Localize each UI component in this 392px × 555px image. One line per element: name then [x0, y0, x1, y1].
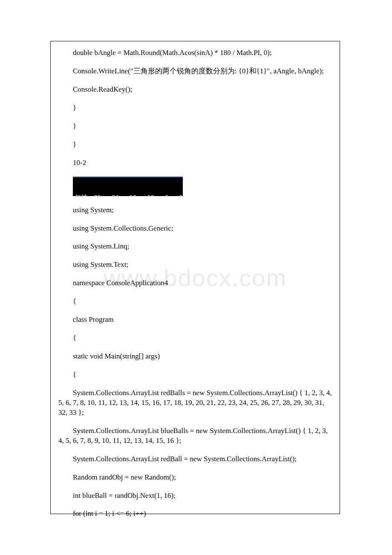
code-line: namespace ConsoleApplication4	[58, 278, 332, 288]
code-line: using System.Collections.Generic;	[58, 224, 332, 234]
code-text: System.Collections.ArrayList blueBalls =…	[58, 426, 332, 446]
document-content: double bAngle = Math.Round(Math.Acos(sin…	[58, 48, 332, 519]
code-line: System.Collections.ArrayList redBalls = …	[58, 388, 332, 418]
code-line: class Program	[58, 315, 332, 325]
code-text: System.Collections.ArrayList redBall = n…	[58, 454, 332, 464]
code-line: {	[58, 333, 332, 343]
code-line: }	[58, 103, 332, 113]
code-text: System.Collections.ArrayList redBalls = …	[58, 388, 332, 418]
code-line: {	[58, 370, 332, 380]
code-line: Console.WriteLine("三角形的两个锐角的度数分别为: {0}和{…	[58, 66, 332, 76]
code-line: double bAngle = Math.Round(Math.Acos(sin…	[58, 48, 332, 58]
console-row-blueball: 篮球:4	[75, 216, 180, 223]
code-line: using System;	[58, 205, 332, 215]
code-text: Console.WriteLine("三角形的两个锐角的度数分别为: {0}和{…	[73, 67, 324, 75]
code-line: for (int i = 1; i <= 6; i++)	[58, 509, 332, 519]
document-page: www.bdocx.com double bAngle = Math.Round…	[50, 41, 340, 514]
code-line: Console.ReadKey();	[58, 85, 332, 95]
console-output: 红球 25 24 16 18 6 23 篮球:4	[73, 176, 183, 196]
code-line: int blueBall = randObj.Next(1, 16);	[58, 491, 332, 501]
console-label: 红球	[75, 194, 87, 201]
code-line: using System.Linq;	[58, 242, 332, 251]
code-line: 10-2	[58, 158, 332, 168]
code-line: System.Collections.ArrayList blueBalls =…	[58, 426, 332, 446]
console-values: 25 24 16 18 6 23	[87, 194, 186, 201]
code-line: Random randObj = new Random();	[58, 473, 332, 483]
code-line: using System.Text;	[58, 260, 332, 270]
code-line: }	[58, 121, 332, 131]
console-row-redballs: 红球 25 24 16 18 6 23	[75, 194, 180, 201]
code-line: {	[58, 297, 332, 306]
code-line: static void Main(string[] args)	[58, 352, 332, 361]
code-line: System.Collections.ArrayList redBall = n…	[58, 454, 332, 464]
code-line: }	[58, 140, 332, 150]
